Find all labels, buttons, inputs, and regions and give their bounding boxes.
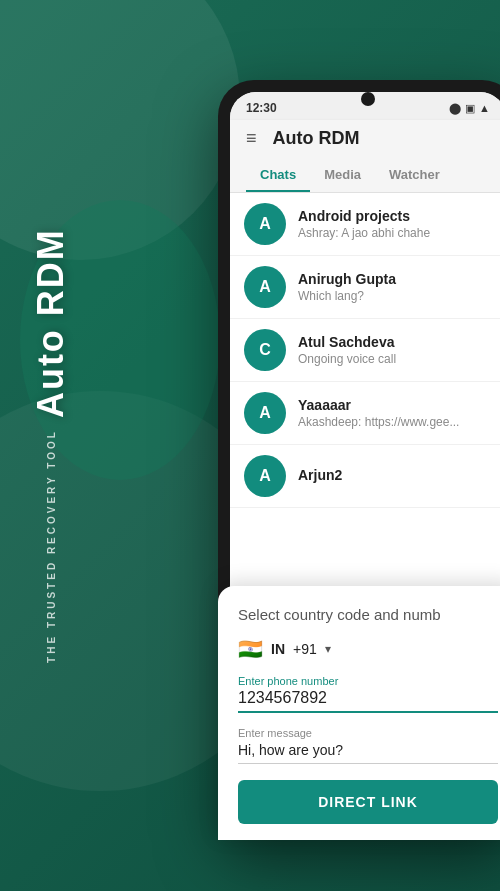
avatar: A — [244, 266, 286, 308]
message-field-label: Enter message — [238, 727, 498, 739]
left-panel: Auto RDM THE TRUSTED RECOVERY TOOL — [30, 228, 72, 664]
app-bar-title: Auto RDM — [273, 128, 490, 149]
direct-link-button[interactable]: DIRECT LINK — [238, 780, 498, 824]
phone-field-group: Enter phone number — [238, 675, 498, 713]
tab-chats[interactable]: Chats — [246, 157, 310, 192]
country-code-label: IN — [271, 641, 285, 657]
chat-item-android-projects[interactable]: A Android projects Ashray: A jao abhi ch… — [230, 193, 500, 256]
chat-info: Arjun2 — [298, 467, 492, 485]
phone-frame: 12:30 ⬤ ▣ ▲ ≡ Auto RDM Chats Media Watch… — [218, 80, 500, 840]
tab-media[interactable]: Media — [310, 157, 375, 192]
chat-name: Atul Sachdeva — [298, 334, 492, 350]
chat-info: Android projects Ashray: A jao abhi chah… — [298, 208, 492, 240]
country-row[interactable]: 🇮🇳 IN +91 ▾ — [238, 637, 498, 661]
status-icon-vibrate: ▣ — [465, 102, 475, 115]
chat-item-anirugh[interactable]: A Anirugh Gupta Which lang? — [230, 256, 500, 319]
chat-name: Arjun2 — [298, 467, 492, 483]
chat-item-yaaaaar[interactable]: A Yaaaaar Akashdeep: https://www.gee... — [230, 382, 500, 445]
chat-info: Atul Sachdeva Ongoing voice call — [298, 334, 492, 366]
avatar: A — [244, 455, 286, 497]
app-subtitle: THE TRUSTED RECOVERY TOOL — [46, 430, 57, 664]
tab-watcher[interactable]: Watcher — [375, 157, 454, 192]
status-icon-camera: ⬤ — [449, 102, 461, 115]
chat-last-message: Which lang? — [298, 289, 492, 303]
chevron-down-icon[interactable]: ▾ — [325, 642, 331, 656]
phone-field-label: Enter phone number — [238, 675, 498, 687]
chat-name: Anirugh Gupta — [298, 271, 492, 287]
app-bar: ≡ Auto RDM — [230, 120, 500, 157]
chat-last-message: Akashdeep: https://www.gee... — [298, 415, 492, 429]
status-icons: ⬤ ▣ ▲ — [449, 102, 490, 115]
message-field-group: Enter message — [238, 727, 498, 764]
chat-item-arjun2[interactable]: A Arjun2 — [230, 445, 500, 508]
tabs-bar: Chats Media Watcher — [230, 157, 500, 193]
bottom-dialog: Select country code and numb 🇮🇳 IN +91 ▾… — [230, 586, 500, 828]
chat-name: Yaaaaar — [298, 397, 492, 413]
phone-notch — [361, 92, 375, 106]
hamburger-icon[interactable]: ≡ — [246, 128, 257, 149]
chat-name: Android projects — [298, 208, 492, 224]
phone-screen: 12:30 ⬤ ▣ ▲ ≡ Auto RDM Chats Media Watch… — [230, 92, 500, 828]
chat-info: Yaaaaar Akashdeep: https://www.gee... — [298, 397, 492, 429]
message-input[interactable] — [238, 742, 498, 758]
dialog-title: Select country code and numb — [238, 606, 498, 623]
chat-last-message: Ashray: A jao abhi chahe — [298, 226, 492, 240]
phone-input[interactable] — [238, 689, 498, 707]
avatar: A — [244, 203, 286, 245]
chat-info: Anirugh Gupta Which lang? — [298, 271, 492, 303]
avatar: A — [244, 392, 286, 434]
flag-icon: 🇮🇳 — [238, 637, 263, 661]
chat-item-atul[interactable]: C Atul Sachdeva Ongoing voice call — [230, 319, 500, 382]
app-title: Auto RDM — [30, 228, 72, 418]
status-time: 12:30 — [246, 101, 277, 115]
status-icon-signal: ▲ — [479, 102, 490, 114]
country-code-number: +91 — [293, 641, 317, 657]
chat-last-message: Ongoing voice call — [298, 352, 492, 366]
avatar: C — [244, 329, 286, 371]
